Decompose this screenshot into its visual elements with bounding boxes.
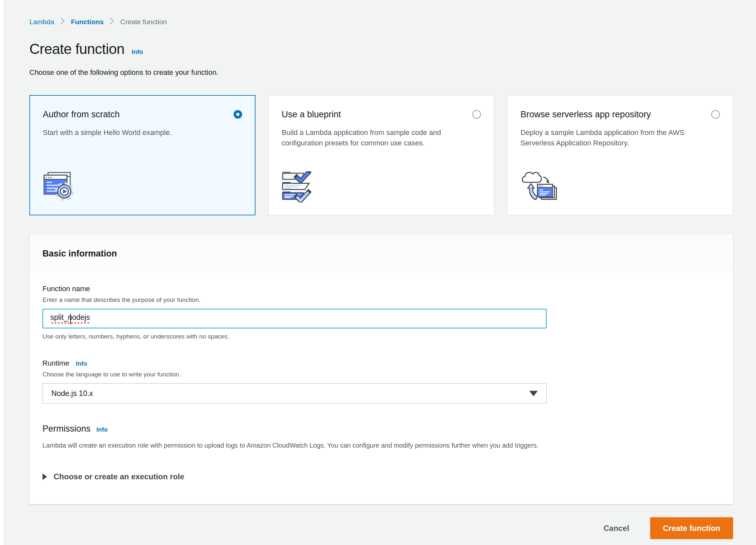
radio-use-a-blueprint[interactable] [472,110,481,119]
basic-information-panel: Basic information Function name Enter a … [29,234,733,504]
dropdown-caret-icon [529,391,538,396]
card-description: Start with a simple Hello World example. [43,127,242,138]
breadcrumb-current-page: Create function [120,18,167,26]
breadcrumb: Lambda Functions Create function [29,17,733,26]
runtime-label: Runtime [42,359,69,368]
function-name-field: Function name Enter a name that describe… [42,285,720,340]
card-title: Author from scratch [43,109,234,120]
breadcrumb-lambda-link[interactable]: Lambda [29,18,54,26]
permissions-heading: Permissions [42,424,90,434]
main-content: Lambda Functions Create function Create … [29,0,733,539]
function-name-label: Function name [42,285,720,293]
title-info-link[interactable]: Info [132,48,143,56]
card-author-from-scratch[interactable]: Author from scratch Start with a simple … [29,95,255,215]
cancel-button[interactable]: Cancel [603,524,629,533]
checklist-icon [282,171,481,204]
card-title: Use a blueprint [282,109,472,120]
page-title: Create function [29,41,124,57]
execution-role-expander-label: Choose or create an execution role [54,472,184,481]
footer-actions: Cancel Create function [29,517,733,539]
runtime-selected-value: Node.js 10.x [51,389,93,398]
card-description: Build a Lambda application from sample c… [282,127,481,148]
runtime-description: Choose the language to use to write your… [42,371,720,378]
execution-role-expander[interactable]: Choose or create an execution role [42,472,720,481]
card-title: Browse serverless app repository [520,109,711,120]
cloud-sync-windows-icon [520,170,720,204]
card-head: Author from scratch [43,109,242,120]
page-title-row: Create function Info [29,41,733,57]
collapsed-sidebar-rail [0,0,4,545]
runtime-info-link[interactable]: Info [76,360,87,367]
breadcrumb-functions-link[interactable]: Functions [71,18,104,26]
runtime-select[interactable]: Node.js 10.x [42,383,547,404]
page-subtitle: Choose one of the following options to c… [29,68,733,77]
panel-body: Function name Enter a name that describe… [29,272,733,504]
function-name-description: Enter a name that describes the purpose … [42,296,720,304]
create-function-button[interactable]: Create function [650,517,733,539]
panel-header: Basic information [29,234,733,272]
card-description: Deploy a sample Lambda application from … [520,127,720,148]
chevron-right-icon [60,17,65,26]
chevron-right-icon [109,17,114,26]
card-browse-serverless-app-repository[interactable]: Browse serverless app repository Deploy … [507,95,733,215]
permissions-info-link[interactable]: Info [96,426,108,433]
permissions-section: Permissions Info Lambda will create an e… [42,424,720,481]
text-cursor [70,314,71,324]
lambda-create-function-page: Lambda Functions Create function Create … [0,0,756,545]
window-gear-play-icon [43,171,242,204]
runtime-field: Runtime Info Choose the language to use … [42,359,720,404]
radio-browse-serverless-app-repository[interactable] [711,110,720,119]
function-name-helper: Use only letters, numbers, hyphens, or u… [42,333,720,340]
card-use-a-blueprint[interactable]: Use a blueprint Build a Lambda applicati… [268,95,494,215]
card-head: Browse serverless app repository [520,109,720,120]
card-head: Use a blueprint [282,109,481,120]
creation-option-cards: Author from scratch Start with a simple … [29,95,733,215]
function-name-input[interactable]: split_nodejs [42,309,547,328]
expand-triangle-icon [42,473,47,480]
panel-title: Basic information [42,249,720,259]
permissions-description: Lambda will create an execution role wit… [42,442,720,449]
radio-author-from-scratch[interactable] [234,110,242,119]
